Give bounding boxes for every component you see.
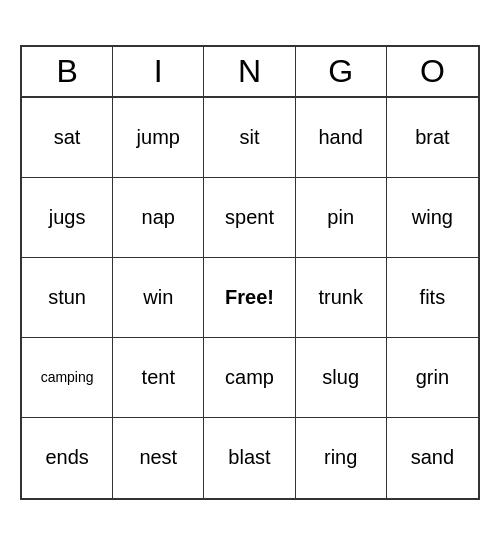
header-letter-i: I <box>113 47 204 96</box>
header-letter-n: N <box>204 47 295 96</box>
bingo-header: BINGO <box>22 47 478 98</box>
bingo-cell-r3-c0: camping <box>22 338 113 418</box>
bingo-cell-r2-c1: win <box>113 258 204 338</box>
bingo-card: BINGO satjumpsithandbratjugsnapspentpinw… <box>20 45 480 500</box>
bingo-cell-r3-c4: grin <box>387 338 478 418</box>
bingo-cell-r4-c4: sand <box>387 418 478 498</box>
bingo-cell-r1-c2: spent <box>204 178 295 258</box>
bingo-cell-r4-c2: blast <box>204 418 295 498</box>
bingo-grid: satjumpsithandbratjugsnapspentpinwingstu… <box>22 98 478 498</box>
bingo-cell-r0-c0: sat <box>22 98 113 178</box>
bingo-cell-r4-c3: ring <box>296 418 387 498</box>
header-letter-g: G <box>296 47 387 96</box>
bingo-cell-r1-c0: jugs <box>22 178 113 258</box>
bingo-cell-r2-c4: fits <box>387 258 478 338</box>
bingo-cell-r1-c1: nap <box>113 178 204 258</box>
bingo-cell-r3-c3: slug <box>296 338 387 418</box>
bingo-cell-r2-c3: trunk <box>296 258 387 338</box>
bingo-cell-r2-c0: stun <box>22 258 113 338</box>
bingo-cell-r0-c1: jump <box>113 98 204 178</box>
bingo-cell-r4-c0: ends <box>22 418 113 498</box>
header-letter-b: B <box>22 47 113 96</box>
bingo-cell-r3-c2: camp <box>204 338 295 418</box>
bingo-cell-r4-c1: nest <box>113 418 204 498</box>
bingo-cell-r1-c4: wing <box>387 178 478 258</box>
bingo-cell-r0-c4: brat <box>387 98 478 178</box>
bingo-cell-r2-c2: Free! <box>204 258 295 338</box>
bingo-cell-r0-c3: hand <box>296 98 387 178</box>
bingo-cell-r0-c2: sit <box>204 98 295 178</box>
bingo-cell-r1-c3: pin <box>296 178 387 258</box>
bingo-cell-r3-c1: tent <box>113 338 204 418</box>
header-letter-o: O <box>387 47 478 96</box>
